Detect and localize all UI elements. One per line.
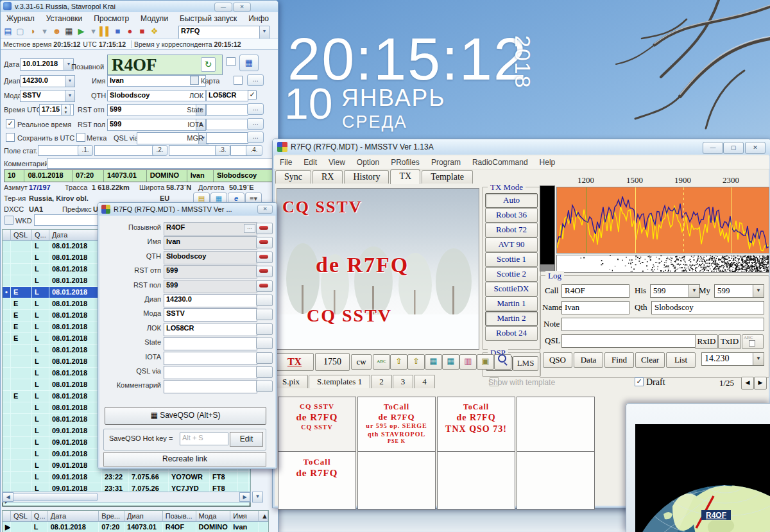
scroll-down-icon[interactable]: ▼ <box>252 492 263 502</box>
logger-menu-item-0[interactable]: Журнал <box>1 13 40 24</box>
blank-button[interactable] <box>256 295 273 306</box>
log-table-hscrollbar[interactable]: ◀ ▶ <box>2 492 251 502</box>
blank-button[interactable] <box>256 309 273 320</box>
save-utc-checkbox[interactable] <box>6 133 15 142</box>
minimize-button[interactable]: — <box>214 3 232 12</box>
record-icon[interactable]: ● <box>124 26 136 37</box>
spectrum-display[interactable] <box>556 187 769 253</box>
mode-button-scottiedx[interactable]: ScottieDX <box>485 282 538 296</box>
recreate-link-button[interactable]: Recreate link <box>103 452 266 467</box>
blank-button[interactable] <box>256 366 273 378</box>
draft-checkbox[interactable]: ✓ <box>635 377 644 386</box>
close-button[interactable]: ✕ <box>745 142 766 154</box>
picture-icon[interactable]: ▦ <box>425 354 442 370</box>
log-find-button[interactable]: Find <box>604 352 634 368</box>
lms-button[interactable]: LMS <box>513 356 538 371</box>
tab-template[interactable]: Template <box>422 170 473 184</box>
template-text-icon[interactable]: ABC <box>373 354 390 370</box>
wkd-input[interactable] <box>34 214 101 226</box>
template-thumbnail-6[interactable] <box>357 451 436 510</box>
log-clear-button[interactable]: Clear <box>635 352 665 368</box>
name-input[interactable]: Ivan <box>561 301 629 314</box>
clear-field-button[interactable] <box>256 280 273 292</box>
dialog-QSL via-input[interactable] <box>164 366 257 379</box>
note-input[interactable] <box>561 318 764 331</box>
dialog-QTH-input[interactable]: Slobodscoy <box>164 251 257 264</box>
dialog-IOTA-input[interactable] <box>164 352 257 365</box>
call-input[interactable]: R4OF <box>561 284 629 298</box>
tone-1750-button[interactable]: 1750 <box>315 353 350 371</box>
metka-checkbox[interactable] <box>76 133 85 142</box>
pause-icon[interactable]: ▌▌ <box>99 26 112 37</box>
close-button[interactable]: ✕ <box>233 3 251 12</box>
mode-button-robot-72[interactable]: Robot 72 <box>485 223 538 237</box>
mode-button-scottie-2[interactable]: Scottie 2 <box>485 267 538 282</box>
save-icon[interactable]: ▤ <box>2 26 14 37</box>
mode-button-robot-36[interactable]: Robot 36 <box>485 208 538 223</box>
my-rst-select[interactable]: 599▼ <box>714 284 764 298</box>
picture2-icon[interactable]: ▦ <box>442 354 459 370</box>
hand-icon[interactable]: ❖ <box>148 26 160 37</box>
load-image2-icon[interactable]: ⇧ <box>407 354 425 370</box>
rxid-button[interactable]: RxID <box>695 334 718 349</box>
mode-button-martin-1[interactable]: Martin 1 <box>485 296 538 311</box>
logger-menu-item-3[interactable]: Модули <box>135 13 174 24</box>
my-callsign-combo[interactable]: R7FQ▼ <box>178 26 270 39</box>
current-qso-row[interactable]: ▶L08.01.201807:2014073.01R4OFDOMINOIvan <box>3 522 268 532</box>
template-thumbnail-1[interactable]: CQ SSTVde R7FQCQ SSTV <box>278 397 356 455</box>
logger-menu-item-1[interactable]: Установки <box>40 13 88 24</box>
dialog-RST отп-input[interactable]: 599 <box>164 265 257 279</box>
calendar-save-icon[interactable]: ▦ <box>239 55 259 71</box>
mmsstv-menu-item-2[interactable]: View <box>323 156 351 169</box>
dialog-Имя-input[interactable]: Ivan <box>164 236 257 250</box>
mmsstv-menu-item-4[interactable]: PRofiles <box>385 156 425 169</box>
stat-button-3[interactable]: .3. <box>215 145 230 156</box>
dialog-Мода-input[interactable]: SSTV <box>164 308 257 322</box>
stock-tab-0[interactable]: S.pix <box>274 375 308 388</box>
log-data-button[interactable]: Data <box>574 352 603 368</box>
map-browse-button[interactable]: … <box>247 74 264 86</box>
stock-tab-3[interactable]: 3 <box>393 375 414 388</box>
clear-field-button[interactable] <box>256 223 273 234</box>
close-button[interactable]: ✕ <box>257 205 273 214</box>
stat-button-1[interactable]: .1. <box>78 145 93 156</box>
template-thumbnail-2[interactable]: ToCallde R7FQur 595 op. SERGEqth STAVROP… <box>357 397 436 455</box>
map-checkbox[interactable] <box>234 76 243 85</box>
template-thumbnail-4[interactable] <box>517 397 595 455</box>
dropdown-icon[interactable]: ▾ <box>38 26 51 37</box>
blank-button[interactable] <box>256 338 273 349</box>
previous-qso-bar[interactable]: 1008.01.201807:2014073.01DOMINOIvanSlobo… <box>4 169 275 182</box>
stop-blue-icon[interactable]: ■ <box>112 26 124 37</box>
current-qso-header[interactable]: QSLQ...ДатаВре...ДиапПозыв...МодаИмя▲ <box>3 511 268 522</box>
stock-tab-4[interactable]: 4 <box>414 375 435 388</box>
stat-input-3[interactable] <box>169 145 218 156</box>
stat-input-2[interactable] <box>94 145 155 156</box>
cw-button[interactable]: cw <box>351 354 372 370</box>
mode-button-avt-90[interactable]: AVT 90 <box>485 237 538 252</box>
mode-button-auto[interactable]: Auto <box>485 193 538 208</box>
dialog-RST пол-input[interactable]: 599 <box>164 280 257 293</box>
scrollbar-thumb[interactable] <box>13 493 98 501</box>
mode-button-scottie-1[interactable]: Scottie 1 <box>485 252 538 267</box>
edit-button[interactable]: Edit <box>230 432 263 447</box>
mmsstv-menu-item-0[interactable]: File <box>274 156 298 169</box>
mmsstv-menu-item-7[interactable]: Help <box>534 156 561 169</box>
table-row[interactable]: L09.01.201823:227.075.66YO7OWRFT8 <box>3 472 250 483</box>
stop-red-icon[interactable]: ■ <box>136 26 148 37</box>
template-thumbnail-8[interactable] <box>517 451 595 510</box>
chevron-down-icon[interactable]: ▼ <box>753 285 764 297</box>
floppy-icon[interactable]: ▦ <box>63 26 75 37</box>
mode-button-robot-24[interactable]: Robot 24 <box>485 326 538 341</box>
log-list-button[interactable]: List <box>666 352 696 368</box>
state-browse-button[interactable]: … <box>247 103 264 115</box>
dialog-ЛОК-input[interactable]: LO58CR <box>164 323 257 336</box>
stock-tab-2[interactable]: 2 <box>371 375 392 388</box>
clear-field-button[interactable] <box>256 266 273 277</box>
band-select[interactable]: 14230.0▼ <box>20 75 75 87</box>
users-icon[interactable]: ☻ <box>51 26 63 37</box>
wkd-checkbox[interactable] <box>4 216 13 225</box>
magnifier-icon[interactable] <box>494 354 511 370</box>
gauge-icon[interactable]: ◑ <box>26 26 38 37</box>
stock-tab-1[interactable]: S.templates 1 <box>309 375 370 388</box>
logger-titlebar[interactable]: v.3.31-61 Russia, Stavropol Krai — ✕ <box>1 1 278 12</box>
